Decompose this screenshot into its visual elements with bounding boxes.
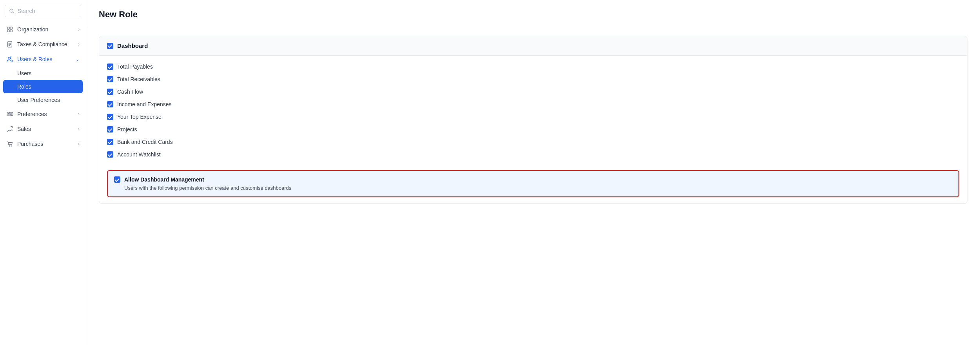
income-expenses-checkbox[interactable] bbox=[107, 101, 113, 107]
preferences-icon bbox=[6, 111, 13, 118]
sidebar-label-users-roles: Users & Roles bbox=[17, 56, 52, 62]
sidebar-label-sales: Sales bbox=[17, 126, 31, 132]
sidebar-item-users-roles[interactable]: Users & Roles ⌄ bbox=[0, 52, 86, 67]
sidebar-item-user-preferences[interactable]: User Preferences bbox=[0, 93, 86, 107]
allow-dashboard-management-checkbox[interactable] bbox=[114, 176, 120, 183]
svg-point-13 bbox=[8, 112, 10, 114]
dashboard-section-card: Dashboard Total Payables Total Receivabl… bbox=[99, 36, 967, 204]
sidebar-label-purchases: Purchases bbox=[17, 141, 43, 147]
chevron-icon: › bbox=[78, 27, 80, 32]
sidebar-label-preferences: Preferences bbox=[17, 111, 47, 117]
permission-title: Allow Dashboard Management bbox=[124, 176, 204, 183]
svg-point-16 bbox=[11, 145, 12, 147]
sidebar: Search Organization › Taxes & Compliance bbox=[0, 0, 86, 345]
sidebar-item-organization[interactable]: Organization › bbox=[0, 22, 86, 37]
sales-icon bbox=[6, 125, 13, 133]
sidebar-item-users[interactable]: Users bbox=[0, 67, 86, 80]
total-receivables-label: Total Receivables bbox=[117, 76, 160, 82]
permission-description: Users with the following permission can … bbox=[114, 185, 952, 191]
svg-rect-5 bbox=[10, 30, 12, 32]
sidebar-item-sales[interactable]: Sales › bbox=[0, 122, 86, 136]
sidebar-item-taxes[interactable]: Taxes & Compliance › bbox=[0, 37, 86, 52]
account-watchlist-checkbox[interactable] bbox=[107, 151, 113, 158]
svg-line-1 bbox=[13, 12, 14, 13]
total-payables-label: Total Payables bbox=[117, 64, 153, 70]
page-title: New Role bbox=[99, 9, 967, 20]
top-expense-checkbox[interactable] bbox=[107, 114, 113, 120]
cash-flow-checkbox[interactable] bbox=[107, 89, 113, 95]
taxes-icon bbox=[6, 41, 13, 48]
sidebar-label-taxes: Taxes & Compliance bbox=[17, 41, 67, 47]
sidebar-item-roles[interactable]: Roles bbox=[3, 80, 83, 93]
cash-flow-label: Cash Flow bbox=[117, 89, 143, 95]
content-area: Dashboard Total Payables Total Receivabl… bbox=[86, 26, 980, 213]
sidebar-label-user-preferences: User Preferences bbox=[17, 97, 60, 103]
main-content: New Role Dashboard Total Payables Total … bbox=[86, 0, 980, 345]
income-expenses-label: Income and Expenses bbox=[117, 101, 172, 107]
checkbox-top-expense: Your Top Expense bbox=[107, 111, 959, 123]
chevron-icon: › bbox=[78, 141, 80, 147]
purchases-icon bbox=[6, 140, 13, 147]
checkbox-projects: Projects bbox=[107, 123, 959, 136]
sidebar-item-purchases[interactable]: Purchases › bbox=[0, 136, 86, 151]
account-watchlist-label: Account Watchlist bbox=[117, 151, 161, 158]
chevron-icon: › bbox=[78, 126, 80, 132]
projects-label: Projects bbox=[117, 126, 137, 133]
search-box[interactable]: Search bbox=[5, 5, 81, 17]
bank-credit-checkbox[interactable] bbox=[107, 139, 113, 145]
sidebar-label-organization: Organization bbox=[17, 26, 48, 33]
checkbox-total-receivables: Total Receivables bbox=[107, 73, 959, 85]
total-receivables-checkbox[interactable] bbox=[107, 76, 113, 82]
projects-checkbox[interactable] bbox=[107, 126, 113, 133]
search-placeholder: Search bbox=[18, 8, 35, 14]
sidebar-item-preferences[interactable]: Preferences › bbox=[0, 107, 86, 122]
checkbox-total-payables: Total Payables bbox=[107, 60, 959, 73]
svg-rect-4 bbox=[7, 30, 9, 32]
chevron-icon: › bbox=[78, 42, 80, 47]
dashboard-section-title: Dashboard bbox=[117, 42, 148, 49]
svg-rect-3 bbox=[10, 27, 12, 29]
top-expense-label: Your Top Expense bbox=[117, 114, 162, 120]
dashboard-checkbox[interactable] bbox=[107, 43, 113, 49]
users-roles-subnav: Users Roles User Preferences bbox=[0, 67, 86, 107]
checkbox-cash-flow: Cash Flow bbox=[107, 85, 959, 98]
svg-rect-2 bbox=[7, 27, 9, 29]
checkbox-income-expenses: Income and Expenses bbox=[107, 98, 959, 111]
search-icon bbox=[9, 8, 15, 14]
organization-icon bbox=[6, 26, 13, 33]
permission-box-header: Allow Dashboard Management bbox=[114, 176, 952, 183]
dashboard-checkbox-list: Total Payables Total Receivables Cash Fl… bbox=[99, 56, 967, 165]
svg-point-14 bbox=[10, 114, 12, 116]
sidebar-label-roles: Roles bbox=[17, 84, 31, 90]
total-payables-checkbox[interactable] bbox=[107, 64, 113, 70]
svg-point-10 bbox=[8, 57, 10, 59]
users-icon bbox=[6, 56, 13, 63]
checkbox-bank-credit: Bank and Credit Cards bbox=[107, 136, 959, 148]
allow-dashboard-management-box: Allow Dashboard Management Users with th… bbox=[107, 170, 959, 197]
checkbox-account-watchlist: Account Watchlist bbox=[107, 148, 959, 161]
sidebar-label-users: Users bbox=[17, 70, 32, 76]
page-header: New Role bbox=[86, 0, 980, 26]
chevron-icon: › bbox=[78, 111, 80, 117]
svg-point-15 bbox=[9, 145, 10, 147]
dashboard-section-header: Dashboard bbox=[99, 36, 967, 56]
bank-credit-label: Bank and Credit Cards bbox=[117, 139, 173, 145]
chevron-down-icon: ⌄ bbox=[76, 56, 80, 62]
